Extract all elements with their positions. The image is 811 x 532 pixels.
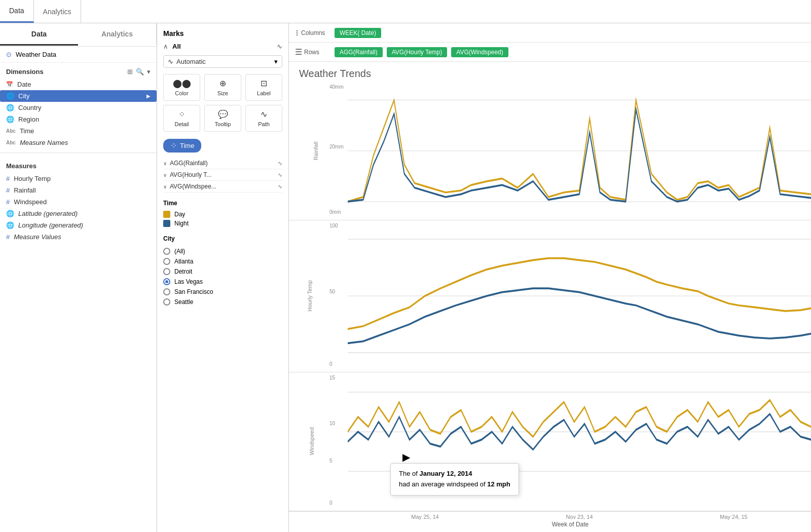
field-label: AGG(Rainfall) xyxy=(170,160,275,167)
grid-icon[interactable]: ⊞ xyxy=(127,68,133,75)
city-label: (All) xyxy=(174,248,185,255)
legend-item-label: Night xyxy=(174,220,189,227)
marks-type-chevron: ▾ xyxy=(274,58,278,65)
dimension-item-2[interactable]: 🌐Country xyxy=(0,102,157,113)
legend-color-swatch xyxy=(163,220,170,227)
dimension-item-0[interactable]: 📅Date xyxy=(0,79,157,90)
field-chevron: ∨ xyxy=(163,161,167,166)
measure-item-1[interactable]: #Rainfall xyxy=(0,184,157,196)
x-axis: May 25, 14 Nov 23, 14 May 24, 15 xyxy=(289,511,811,521)
rows-pill-2[interactable]: AVG(Windspeed) xyxy=(451,47,508,57)
measure-item-0[interactable]: #Hourly Temp xyxy=(0,173,157,184)
legend-items: DayNight xyxy=(163,210,282,228)
measure-item-4[interactable]: 🌐Longitude (generated) xyxy=(0,219,157,231)
rainfall-y-20: 20mm xyxy=(329,144,344,149)
rows-pill-1[interactable]: AVG(Hourly Temp) xyxy=(387,47,448,57)
chevron-down-icon[interactable]: ▾ xyxy=(147,68,151,75)
marks-pill-row: ⁘ Time xyxy=(163,139,282,153)
tab-analytics[interactable]: Analytics xyxy=(34,0,81,23)
windspeed-chart[interactable]: 15 10 5 0 xyxy=(329,372,811,511)
marks-type-select[interactable]: ∿ Automatic ▾ xyxy=(163,55,282,68)
field-label: AVG(Windspee... xyxy=(170,183,275,190)
marks-fields: ∨AGG(Rainfall)∿∨AVG(Hourly T...∿∨AVG(Win… xyxy=(163,158,282,193)
columns-pill[interactable]: WEEK( Date) xyxy=(335,28,381,38)
left-tab-data[interactable]: Data xyxy=(0,24,78,46)
wind-y-10: 10 xyxy=(329,421,335,426)
marks-field-0[interactable]: ∨AGG(Rainfall)∿ xyxy=(163,158,282,169)
x-axis-title: Week of Date xyxy=(329,521,811,532)
marks-btn-detail[interactable]: ⁘Detail xyxy=(163,105,200,132)
dimensions-title: Dimensions xyxy=(6,68,44,75)
field-label: AVG(Hourly T... xyxy=(170,171,275,178)
radio-circle xyxy=(163,248,170,255)
marks-btn-size[interactable]: ⊕Size xyxy=(204,74,241,101)
marks-btn-label[interactable]: ⊡Label xyxy=(245,74,282,101)
marks-btn-label: Color xyxy=(175,90,188,96)
marks-type-label-text: Automatic xyxy=(176,58,206,65)
city-option-0[interactable]: (All) xyxy=(163,246,282,256)
rows-pill-0[interactable]: AGG(Rainfall) xyxy=(335,47,383,57)
hourly-temp-chart[interactable]: 100 50 0 xyxy=(329,220,811,371)
legend-item-label: Day xyxy=(174,211,185,218)
measure-item-5[interactable]: #Measure Values xyxy=(0,231,157,243)
rainfall-chart[interactable]: 40mm 20mm 0mm xyxy=(329,82,811,220)
field-chevron: ∨ xyxy=(163,184,167,189)
dim-label: City xyxy=(18,92,29,100)
radio-circle xyxy=(163,258,170,265)
left-tab-analytics[interactable]: Analytics xyxy=(78,24,157,46)
main-layout: Data Analytics ⊙ Weather Data Dimensions… xyxy=(0,23,811,532)
abc-icon: Abc xyxy=(6,140,16,145)
globe-icon: 🌐 xyxy=(6,92,14,100)
marks-line-icon: ∿ xyxy=(277,43,282,50)
city-option-4[interactable]: San Francisco xyxy=(163,287,282,297)
measure-label: Rainfall xyxy=(14,186,35,194)
city-label: San Francisco xyxy=(174,288,213,295)
top-bar: Data Analytics xyxy=(0,0,811,23)
expand-icon[interactable]: ∧ xyxy=(163,43,168,50)
marks-field-1[interactable]: ∨AVG(Hourly T...∿ xyxy=(163,169,282,181)
measure-label: Windspeed xyxy=(14,198,47,206)
measure-item-2[interactable]: #Windspeed xyxy=(0,196,157,208)
measures-title: Measures xyxy=(6,162,36,170)
pill-dots-icon: ⁘ xyxy=(170,141,177,150)
marks-btn-label: Size xyxy=(217,90,228,96)
tab-data-label: Data xyxy=(9,7,24,15)
dim-label: Region xyxy=(18,116,39,123)
temp-y-100: 100 xyxy=(329,223,338,229)
dimension-item-4[interactable]: AbcTime xyxy=(0,125,157,137)
rainfall-svg xyxy=(348,82,811,220)
dimension-item-3[interactable]: 🌐Region xyxy=(0,113,157,125)
globe-icon: 🌐 xyxy=(6,116,14,123)
city-label: Atlanta xyxy=(174,258,193,265)
dim-label: Date xyxy=(17,81,31,88)
rows-pills: AGG(Rainfall)AVG(Hourly Temp)AVG(Windspe… xyxy=(335,47,510,57)
measure-item-3[interactable]: 🌐Latitude (generated) xyxy=(0,208,157,219)
marks-btn-tooltip[interactable]: 💬Tooltip xyxy=(204,105,241,132)
hourly-temp-chart-row: Hourly Temp 100 50 0 xyxy=(289,220,811,372)
city-option-5[interactable]: Seattle xyxy=(163,297,282,307)
marks-btn-color[interactable]: ⬤⬤Color xyxy=(163,74,200,101)
radio-circle xyxy=(163,268,170,275)
legend-section: Time DayNight xyxy=(163,200,282,228)
globe-icon: 🌐 xyxy=(6,104,14,111)
dimension-item-5[interactable]: AbcMeasure Names xyxy=(0,137,157,148)
city-option-1[interactable]: Atlanta xyxy=(163,256,282,267)
date-icon: 📅 xyxy=(6,81,13,88)
legend-item-1: Night xyxy=(163,219,282,228)
dimension-item-1[interactable]: 🌐City▶ xyxy=(0,90,157,102)
windspeed-y-label: Windspeed xyxy=(289,372,329,511)
marks-all-row: ∧ All ∿ xyxy=(163,43,282,50)
city-option-2[interactable]: Detroit xyxy=(163,267,282,277)
temp-y-0: 0 xyxy=(329,361,333,367)
tab-analytics-label: Analytics xyxy=(43,8,71,16)
columns-label-text: Columns xyxy=(301,29,325,36)
marks-btn-path[interactable]: ∿Path xyxy=(245,105,282,132)
city-option-3[interactable]: Las Vegas xyxy=(163,277,282,287)
tab-data[interactable]: Data xyxy=(0,0,34,23)
rainfall-y-40: 40mm xyxy=(329,84,344,90)
wind-y-15: 15 xyxy=(329,375,335,381)
left-panel: Data Analytics ⊙ Weather Data Dimensions… xyxy=(0,23,157,532)
marks-field-2[interactable]: ∨AVG(Windspee...∿ xyxy=(163,181,282,193)
search-icon[interactable]: 🔍 xyxy=(136,68,144,75)
time-pill[interactable]: ⁘ Time xyxy=(163,139,201,153)
